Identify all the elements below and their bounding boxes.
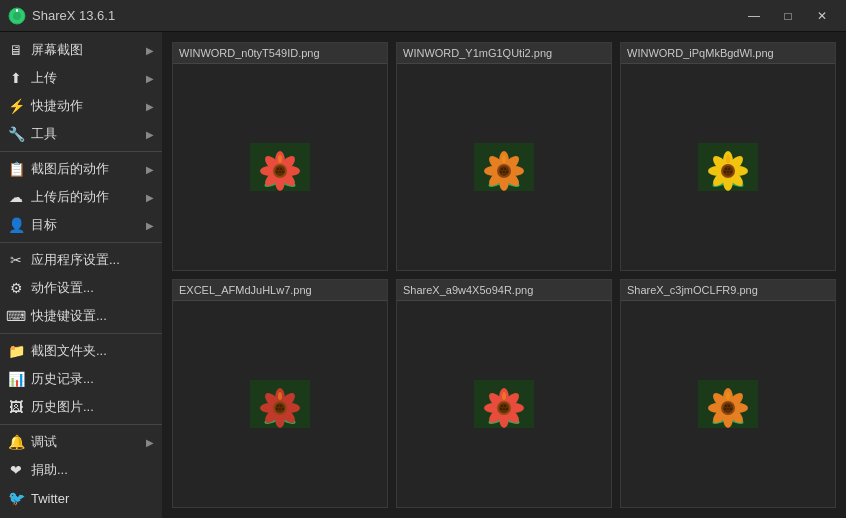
maximize-button[interactable]: □	[772, 2, 804, 30]
divider-4	[0, 151, 162, 152]
after-upload-label: 上传后的动作	[31, 188, 144, 206]
debug-arrow-icon: ▶	[146, 437, 154, 448]
minimize-button[interactable]: —	[738, 2, 770, 30]
svg-point-102	[502, 392, 506, 400]
svg-point-62	[726, 155, 730, 163]
hotkey-settings-icon: ⌨	[6, 307, 26, 325]
svg-point-39	[503, 171, 505, 173]
sidebar-item-after-capture[interactable]: 📋截图后的动作▶	[0, 155, 162, 183]
svg-point-120	[724, 408, 726, 410]
history-icon: 📊	[6, 370, 26, 388]
sidebar-item-action-settings[interactable]: ⚙动作设置...	[0, 274, 162, 302]
svg-point-17	[277, 168, 279, 170]
flower-image	[474, 380, 534, 428]
sidebar-item-twitter[interactable]: 🐦Twitter	[0, 484, 162, 512]
svg-point-121	[730, 408, 732, 410]
svg-point-40	[500, 171, 502, 173]
thumbnail-preview	[397, 64, 611, 270]
screenshot-folder-label: 截图文件夹...	[31, 342, 154, 360]
divider-12	[0, 333, 162, 334]
svg-point-61	[730, 171, 732, 173]
after-upload-icon: ☁	[6, 188, 26, 206]
sidebar-item-debug[interactable]: 🔔调试▶	[0, 428, 162, 456]
app-settings-label: 应用程序设置...	[31, 251, 154, 269]
twitter-label: Twitter	[31, 491, 154, 506]
sidebar-item-donate[interactable]: ❤捐助...	[0, 456, 162, 484]
after-capture-label: 截图后的动作	[31, 160, 144, 178]
svg-point-119	[727, 408, 729, 410]
thumbnail-filename: WINWORD_n0tyT549ID.png	[173, 43, 387, 64]
sidebar-item-app-settings[interactable]: ✂应用程序设置...	[0, 246, 162, 274]
close-button[interactable]: ✕	[806, 2, 838, 30]
thumbnail-card[interactable]: ShareX_a9w4X5o94R.png	[396, 279, 612, 508]
svg-point-97	[501, 405, 503, 407]
action-settings-icon: ⚙	[6, 279, 26, 297]
svg-point-21	[282, 171, 284, 173]
thumbnail-filename: ShareX_a9w4X5o94R.png	[397, 280, 611, 301]
sidebar-item-target[interactable]: 👤目标▶	[0, 211, 162, 239]
svg-point-42	[502, 155, 506, 163]
sidebar-item-upload[interactable]: ⬆上传▶	[0, 64, 162, 92]
donate-icon: ❤	[6, 461, 26, 479]
svg-point-20	[276, 171, 278, 173]
svg-point-82	[278, 392, 282, 400]
sidebar-item-quick-action[interactable]: ⚡快捷动作▶	[0, 92, 162, 120]
hotkey-settings-label: 快捷键设置...	[31, 307, 154, 325]
flower-image	[474, 143, 534, 191]
screenshot-label: 屏幕截图	[31, 41, 144, 59]
tools-arrow-icon: ▶	[146, 129, 154, 140]
target-label: 目标	[31, 216, 144, 234]
after-upload-arrow-icon: ▶	[146, 192, 154, 203]
image-history-icon: 🖼	[6, 398, 26, 416]
thumbnail-filename: WINWORD_Y1mG1QUti2.png	[397, 43, 611, 64]
sidebar-item-screenshot-folder[interactable]: 📁截图文件夹...	[0, 337, 162, 365]
thumbnail-card[interactable]: WINWORD_Y1mG1QUti2.png	[396, 42, 612, 271]
twitter-icon: 🐦	[6, 489, 26, 507]
thumbnail-card[interactable]: ShareX_c3jmOCLFR9.png	[620, 279, 836, 508]
svg-point-98	[504, 405, 506, 407]
svg-point-78	[280, 405, 282, 407]
svg-point-37	[501, 168, 503, 170]
thumbnail-preview	[173, 301, 387, 507]
debug-label: 调试	[31, 433, 144, 451]
thumbnail-card[interactable]: WINWORD_n0tyT549ID.png	[172, 42, 388, 271]
svg-point-22	[278, 155, 282, 163]
thumbnail-filename: EXCEL_AFMdJuHLw7.png	[173, 280, 387, 301]
sidebar-item-image-history[interactable]: 🖼历史图片...	[0, 393, 162, 421]
thumbnail-card[interactable]: EXCEL_AFMdJuHLw7.png	[172, 279, 388, 508]
sidebar-item-discord[interactable]: 💬Discord	[0, 512, 162, 518]
titlebar: ShareX 13.6.1 — □ ✕	[0, 0, 846, 32]
thumbnail-preview	[621, 301, 835, 507]
quick-action-arrow-icon: ▶	[146, 101, 154, 112]
thumbnail-filename: ShareX_c3jmOCLFR9.png	[621, 280, 835, 301]
svg-point-19	[279, 171, 281, 173]
thumbnail-preview	[173, 64, 387, 270]
sidebar-item-history[interactable]: 📊历史记录...	[0, 365, 162, 393]
sidebar-item-after-upload[interactable]: ☁上传后的动作▶	[0, 183, 162, 211]
target-arrow-icon: ▶	[146, 220, 154, 231]
history-label: 历史记录...	[31, 370, 154, 388]
svg-point-79	[279, 408, 281, 410]
svg-point-60	[724, 171, 726, 173]
svg-rect-2	[16, 9, 18, 12]
thumbnail-preview	[621, 64, 835, 270]
main-layout: 🖥屏幕截图▶⬆上传▶⚡快捷动作▶🔧工具▶📋截图后的动作▶☁上传后的动作▶👤目标▶…	[0, 32, 846, 518]
sidebar: 🖥屏幕截图▶⬆上传▶⚡快捷动作▶🔧工具▶📋截图后的动作▶☁上传后的动作▶👤目标▶…	[0, 32, 162, 518]
sidebar-item-screenshot[interactable]: 🖥屏幕截图▶	[0, 36, 162, 64]
sidebar-item-tools[interactable]: 🔧工具▶	[0, 120, 162, 148]
thumbnail-preview	[397, 301, 611, 507]
svg-point-101	[506, 408, 508, 410]
svg-point-81	[282, 408, 284, 410]
action-settings-label: 动作设置...	[31, 279, 154, 297]
svg-point-1	[13, 12, 21, 20]
thumbnail-card[interactable]: WINWORD_iPqMkBgdWl.png	[620, 42, 836, 271]
screenshot-icon: 🖥	[6, 41, 26, 59]
svg-point-57	[725, 168, 727, 170]
svg-point-41	[506, 171, 508, 173]
target-icon: 👤	[6, 216, 26, 234]
divider-16	[0, 424, 162, 425]
sidebar-item-hotkey-settings[interactable]: ⌨快捷键设置...	[0, 302, 162, 330]
upload-icon: ⬆	[6, 69, 26, 87]
screenshot-folder-icon: 📁	[6, 342, 26, 360]
svg-point-80	[276, 408, 278, 410]
